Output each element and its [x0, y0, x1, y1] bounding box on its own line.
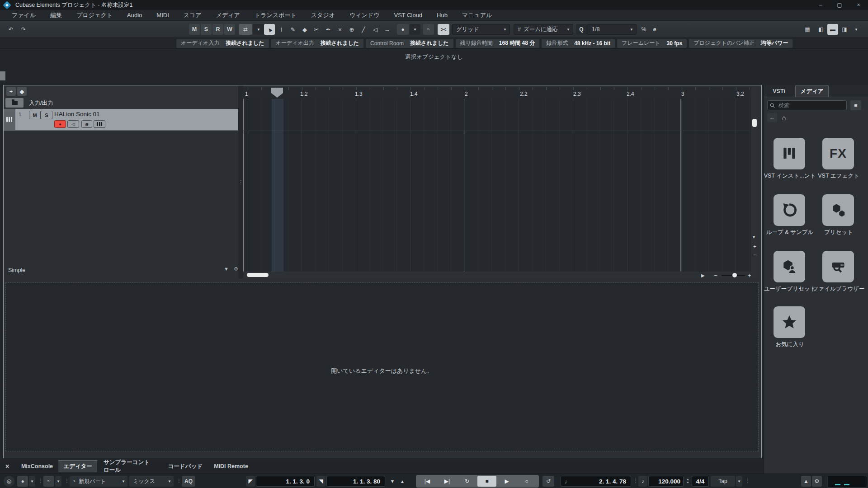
vertical-scroll-thumb[interactable]: [752, 119, 757, 127]
menu-item[interactable]: Audio: [120, 12, 149, 19]
add-track-button[interactable]: +: [6, 87, 16, 96]
track-list-divider[interactable]: ⋮: [238, 85, 243, 279]
io-channels-row[interactable]: 入力/出力: [4, 97, 238, 109]
tap-tempo-button[interactable]: Tap: [711, 476, 735, 487]
erase-tool[interactable]: ◆: [299, 24, 310, 35]
menu-item[interactable]: メディア: [209, 11, 247, 19]
punch-in-icon[interactable]: ▾: [388, 476, 397, 487]
close-button[interactable]: ×: [849, 0, 868, 10]
project-cursor-handle[interactable]: [271, 88, 283, 98]
track-name[interactable]: HALion Sonic 01: [54, 111, 100, 117]
monitor-button[interactable]: ◁: [67, 120, 79, 128]
media-search-box[interactable]: [767, 100, 847, 110]
tile-vst-instruments[interactable]: [774, 138, 805, 169]
tile-user-presets[interactable]: [774, 251, 805, 282]
tempo-track-icon[interactable]: ♪: [638, 476, 647, 487]
vertical-zoom-out-icon[interactable]: −: [753, 252, 756, 258]
tab-media[interactable]: メディア: [795, 85, 829, 97]
divider-handle[interactable]: [0, 71, 5, 80]
line-tool[interactable]: ╱: [358, 24, 369, 35]
color-menu-dropdown[interactable]: ▼: [410, 24, 420, 35]
menu-item[interactable]: プロジェクト: [69, 11, 120, 19]
menu-item[interactable]: ウィンドウ: [342, 11, 387, 19]
tile-loops-samples[interactable]: [774, 194, 805, 226]
event-display[interactable]: [243, 99, 751, 272]
track-scale-label[interactable]: Simple: [8, 267, 25, 273]
go-to-start-button[interactable]: |◀: [418, 476, 437, 487]
snap-on-off-icon[interactable]: ><: [438, 24, 449, 35]
solo-button[interactable]: S: [41, 111, 52, 119]
edit-channel-button[interactable]: e: [81, 120, 92, 128]
automation-read-all-m[interactable]: M: [189, 24, 200, 35]
edit-instrument-button[interactable]: [94, 120, 105, 128]
open-quantize-panel-icon[interactable]: e: [649, 24, 660, 35]
range-selection-tool[interactable]: I: [276, 24, 287, 35]
tab-sampler-control[interactable]: サンプラーコントロール: [104, 460, 153, 472]
maximize-button[interactable]: ▢: [830, 0, 849, 10]
tab-vsti[interactable]: VSTi: [770, 85, 788, 97]
grid-type-dropdown[interactable]: # ズームに適応 ▼: [514, 24, 573, 35]
automation-suspend-s[interactable]: S: [201, 24, 212, 35]
tab-editor[interactable]: エディター: [58, 460, 98, 472]
scroll-right-arrow[interactable]: ▶: [701, 273, 705, 278]
metronome-click-icon[interactable]: ▲: [801, 476, 811, 487]
tempo-display[interactable]: 120.000: [648, 476, 684, 487]
iterative-quantize-icon[interactable]: %: [638, 24, 649, 35]
auto-quantize-button[interactable]: AQ: [182, 476, 195, 487]
back-icon[interactable]: ←: [767, 113, 777, 122]
menu-item[interactable]: マニュアル: [455, 11, 500, 19]
record-mode-dropdown[interactable]: ▼: [29, 476, 35, 487]
object-selection-tool[interactable]: ▲: [264, 24, 275, 35]
menu-item[interactable]: 編集: [43, 11, 69, 19]
snap-type-dropdown[interactable]: グリッド ▼: [452, 24, 510, 35]
play-button[interactable]: ▶: [497, 476, 516, 487]
primary-time-display[interactable]: ♩ 2. 1. 4. 78: [561, 476, 631, 487]
punch-out-icon[interactable]: ▴: [398, 476, 407, 487]
autoscroll-icon[interactable]: ⇄: [239, 24, 252, 35]
track-settings-gear-icon[interactable]: ⚙: [234, 266, 238, 272]
horizontal-scroll-thumb[interactable]: [247, 273, 269, 277]
show-right-zone-icon[interactable]: ◨: [839, 24, 850, 35]
transport-settings-gear-icon[interactable]: ⚙: [812, 476, 822, 487]
audio-record-mode-icon[interactable]: ≈: [43, 476, 54, 487]
menu-item[interactable]: ファイル: [5, 11, 43, 19]
setup-toolbar-icon[interactable]: ▦: [802, 24, 813, 35]
timeline-ruler[interactable]: 11.21.31.422.22.32.433.2: [243, 87, 751, 99]
mute-button[interactable]: M: [29, 111, 41, 119]
zoom-slider-knob[interactable]: [732, 273, 737, 277]
vertical-scrollbar[interactable]: ▾ + −: [751, 87, 758, 278]
quantize-q-icon[interactable]: Q: [576, 24, 587, 35]
cycle-button[interactable]: ↻: [458, 476, 476, 487]
tab-chord-pads[interactable]: コードパッド: [166, 460, 204, 472]
results-list-icon[interactable]: ≡: [850, 100, 861, 110]
draw-tool[interactable]: ✎: [288, 24, 298, 35]
record-button[interactable]: ○: [517, 476, 536, 487]
track-scale-dropdown[interactable]: ▼: [224, 266, 229, 272]
show-lower-zone-icon[interactable]: ▬: [827, 24, 838, 35]
color-menu-icon[interactable]: ●: [397, 24, 409, 35]
menu-item[interactable]: VST Cloud: [387, 12, 429, 19]
tile-presets[interactable]: [822, 194, 854, 226]
redo-icon[interactable]: ↷: [18, 24, 29, 35]
right-locator-display[interactable]: 1. 1. 3. 80: [326, 476, 385, 487]
tile-file-browser[interactable]: [822, 251, 854, 282]
automation-follows-events-icon[interactable]: ≈: [423, 24, 434, 35]
home-icon[interactable]: ⌂: [779, 113, 789, 122]
minimize-button[interactable]: –: [811, 0, 830, 10]
retrospective-record-icon[interactable]: ↺: [542, 476, 554, 487]
window-layout-dropdown[interactable]: ▼: [851, 24, 862, 35]
tempo-mode-dropdown[interactable]: ▼: [736, 476, 742, 487]
record-mode-icon[interactable]: ●: [17, 476, 28, 487]
record-enable-button[interactable]: ●: [54, 120, 66, 128]
midi-record-mode-dropdown[interactable]: ◔ 新規パート ▼: [70, 476, 127, 487]
tile-favorites[interactable]: [774, 306, 805, 338]
go-to-end-button[interactable]: ▶|: [438, 476, 457, 487]
tab-midi-remote[interactable]: MIDI Remote: [209, 460, 253, 472]
tempo-stepper[interactable]: ▲▼: [686, 478, 689, 484]
undo-icon[interactable]: ↶: [5, 24, 16, 35]
vertical-zoom-in-icon[interactable]: +: [753, 244, 756, 250]
close-lower-zone-icon[interactable]: ×: [5, 463, 9, 470]
menu-item[interactable]: スタジオ: [304, 11, 342, 19]
menu-item[interactable]: MIDI: [149, 12, 176, 19]
menu-item[interactable]: トランスポート: [247, 11, 304, 19]
